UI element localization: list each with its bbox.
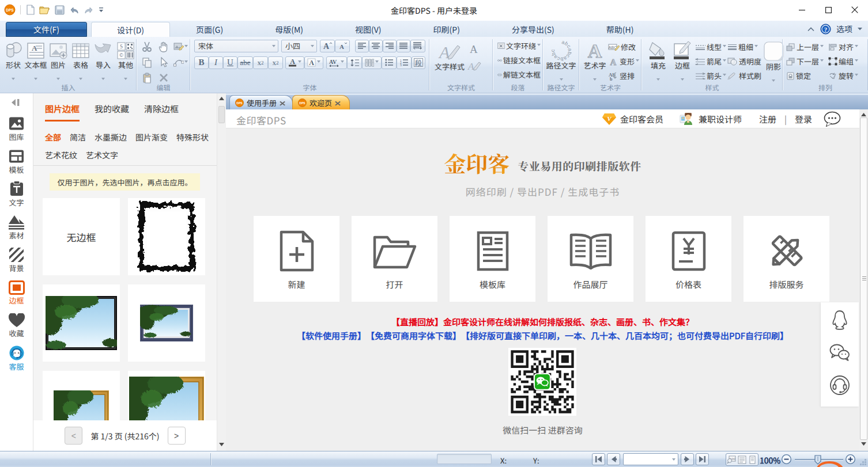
sidebar-item-service[interactable]: 客服 (0, 341, 33, 374)
collapse-ribbon-icon[interactable] (807, 26, 815, 32)
select-cursor-icon[interactable] (159, 57, 168, 68)
first-page-button[interactable] (592, 453, 605, 465)
shrink-font-button[interactable]: A (335, 40, 350, 52)
char-style-brush-icon[interactable]: A (467, 59, 481, 72)
next-page-nav-button[interactable] (681, 453, 694, 465)
category-art-text[interactable]: 艺术文字 (86, 149, 118, 161)
align-objects-button[interactable]: 对齐 (828, 40, 858, 54)
panel-scrollbar[interactable] (217, 93, 226, 451)
thickness-button[interactable]: 粗细 (727, 40, 761, 54)
underline-button[interactable]: U (223, 56, 237, 69)
wordart-button[interactable]: A 艺术字 (582, 39, 608, 85)
action-open[interactable]: 打开 (352, 216, 437, 302)
zoom-100-view-button[interactable]: 100 (726, 454, 737, 465)
sidebar-item-border[interactable]: 边框 (0, 276, 33, 309)
bring-forward-button[interactable]: 上一层 (786, 40, 824, 54)
zoom-in-button[interactable] (846, 454, 855, 464)
panel-scroll-thumb[interactable] (218, 106, 225, 123)
sidebar-item-material[interactable]: 素材 (0, 210, 33, 243)
document-scrollbar[interactable] (859, 93, 868, 451)
close-tab-icon[interactable]: ✕ (334, 98, 342, 108)
wordart-vertical-button[interactable]: Abb竖排 (608, 69, 639, 83)
opacity-button[interactable]: 透明度 (727, 54, 761, 69)
close-tab-icon[interactable]: ✕ (279, 98, 286, 108)
rotate-button[interactable]: 旋转 (828, 69, 858, 83)
shadow-button[interactable]: 阴影 (762, 39, 785, 85)
edit-image-icon[interactable] (173, 42, 188, 51)
numbered-list-button[interactable]: 123 (397, 56, 412, 69)
register-link[interactable]: 注册 (759, 113, 776, 125)
insert-image-button[interactable]: 图片 (47, 39, 69, 85)
border-item-black-frame[interactable] (43, 284, 120, 362)
copy-icon[interactable] (142, 57, 152, 68)
border-item-none[interactable]: 无边框 (43, 198, 120, 275)
links-notice[interactable]: 【软件使用手册】【免费可商用字体下载】【排好版可直接下单印刷，一本、几十本、几百… (226, 329, 859, 341)
category-ink-torn[interactable]: 水墨撕边 (95, 131, 127, 143)
wechat-icon[interactable] (828, 343, 851, 363)
grow-font-button[interactable]: A (320, 40, 335, 52)
page-number-combo[interactable] (623, 453, 678, 465)
border-item-grunge[interactable] (128, 198, 205, 275)
zoom-out-button[interactable] (782, 454, 791, 464)
document-scroll-thumb[interactable] (860, 117, 867, 440)
resize-grip[interactable] (859, 458, 867, 466)
close-button[interactable] (841, 0, 868, 20)
ribbon-tab-help[interactable]: 帮助(H) (580, 22, 660, 37)
login-link[interactable]: 登录 (795, 113, 812, 125)
group-objects-button[interactable]: 编组 (828, 54, 858, 69)
doc-tab-manual[interactable]: DPS 使用手册 ✕ (229, 95, 293, 109)
send-backward-button[interactable]: 下一层 (786, 54, 824, 69)
font-size-combo[interactable]: 小四 (281, 40, 317, 52)
strikethrough-button[interactable]: abe (237, 56, 253, 69)
font-name-combo[interactable]: 宋体 (194, 40, 278, 52)
edit-path-icon[interactable] (173, 58, 188, 67)
category-simple[interactable]: 简洁 (70, 131, 86, 143)
fit-page-view-button[interactable] (737, 454, 747, 465)
path-text-button[interactable]: abcabcabcabc 路径文字 (545, 39, 577, 85)
border-item-navy-frame[interactable] (128, 284, 205, 362)
feedback-chat-icon[interactable] (824, 111, 841, 127)
char-style-icon[interactable]: A (467, 43, 481, 55)
arrow-tail-button[interactable]: 箭尾 (695, 54, 726, 69)
superscript-button[interactable]: x2 (268, 56, 283, 69)
columns-button[interactable] (362, 56, 382, 69)
ribbon-tab-share-export[interactable]: 分享导出(S) (486, 22, 580, 37)
ribbon-tab-print[interactable]: 印刷(P) (407, 22, 486, 37)
lock-button[interactable]: 锁定 (786, 69, 824, 83)
delete-icon[interactable] (159, 73, 168, 82)
action-price-list[interactable]: 价格表 (646, 216, 731, 302)
next-page-button[interactable]: > (168, 427, 186, 445)
wordart-warp-button[interactable]: A变形 (608, 54, 639, 69)
bullet-list-button[interactable] (382, 56, 397, 69)
help-icon[interactable]: ? (820, 24, 831, 35)
ribbon-tab-design[interactable]: 设计(D) (91, 22, 170, 37)
sidebar-item-text[interactable]: 文字 (0, 177, 33, 210)
options-dropdown-icon[interactable] (858, 28, 862, 31)
align-left-button[interactable] (355, 40, 369, 52)
menu-file-button[interactable]: 文件(F) (6, 22, 87, 37)
letter-spacing-button[interactable]: AV (326, 56, 347, 69)
pan-hand-icon[interactable] (158, 41, 169, 52)
panel-tab-image-border[interactable]: 图片边框 (45, 102, 80, 122)
text-wrap-button[interactable]: 文字环绕 (497, 39, 541, 53)
live-replay-notice[interactable]: 【直播回放】金印客设计师在线讲解如何排版报纸、杂志、画册、书、作文集？ (226, 316, 859, 328)
scroll-up-icon[interactable] (217, 97, 226, 100)
doc-tab-welcome[interactable]: DPS 欢迎页 ✕ (292, 95, 350, 109)
ribbon-tab-view[interactable]: 视图(V) (329, 22, 407, 37)
align-justify-button[interactable] (397, 40, 410, 52)
border-button[interactable]: 边框 (670, 39, 695, 85)
arrow-head-button[interactable]: 箭头 (695, 69, 726, 83)
link-textbox-button[interactable]: 链接文本框 (497, 53, 541, 67)
category-all[interactable]: 全部 (45, 131, 61, 143)
cut-icon[interactable] (142, 41, 152, 52)
action-gallery-hall[interactable]: 作品展厅 (548, 216, 633, 302)
paragraph-settings-button[interactable]: 段 (412, 56, 425, 69)
line-type-button[interactable]: 线型 (695, 40, 726, 54)
insert-import-button[interactable]: 导入 (92, 39, 114, 85)
fit-width-view-button[interactable] (748, 454, 758, 465)
ribbon-tab-page[interactable]: 页面(G) (170, 22, 249, 37)
category-special-shape[interactable]: 特殊形状 (176, 131, 209, 143)
scroll-down-icon[interactable] (859, 442, 868, 446)
italic-button[interactable]: I (209, 56, 223, 69)
scroll-up-icon[interactable] (859, 113, 868, 116)
